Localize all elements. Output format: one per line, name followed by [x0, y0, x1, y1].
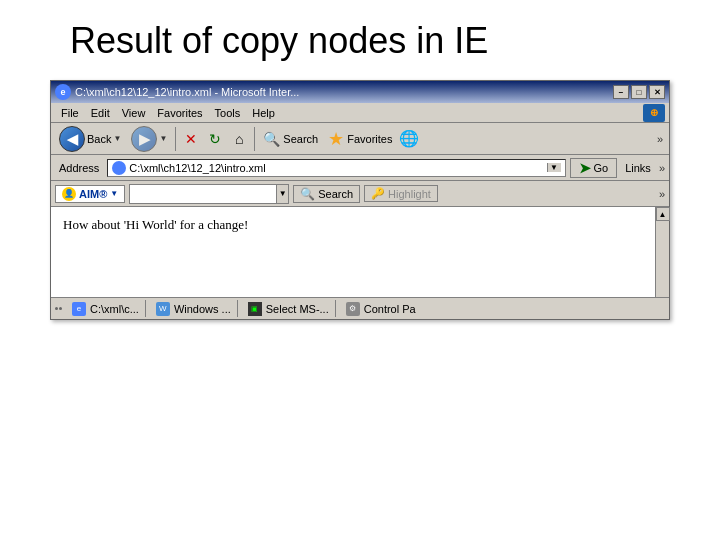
content-text: How about 'Hi World' for a change!: [63, 217, 248, 233]
forward-icon: ▶: [131, 126, 157, 152]
search-label: Search: [283, 133, 318, 145]
toolbar-separator-1: [175, 127, 176, 151]
go-label: Go: [594, 162, 609, 174]
status-item-4: ⚙ Control Pa: [340, 300, 422, 317]
menu-favorites[interactable]: Favorites: [151, 106, 208, 120]
search-button[interactable]: 🔍 Search: [259, 129, 322, 149]
key-icon: 🔑: [371, 187, 385, 200]
address-input-wrap[interactable]: C:\xml\ch12\12_12\intro.xml ▼: [107, 159, 565, 177]
status-item-2: W Windows ...: [150, 300, 238, 317]
status-label-4: Control Pa: [364, 303, 416, 315]
aim-search-label: Search: [318, 188, 353, 200]
status-dots: [55, 307, 62, 310]
aim-bar: 👤 AIM® ▼ ▼ 🔍 Search 🔑 Highlight »: [51, 181, 669, 207]
forward-dropdown-arrow: ▼: [159, 134, 167, 143]
status-item-1: e C:\xml\c...: [66, 300, 146, 317]
star-icon: ★: [328, 128, 344, 150]
back-button[interactable]: ◀ Back ▼: [55, 125, 125, 153]
title-bar: e C:\xml\ch12\12_12\intro.xml - Microsof…: [51, 81, 669, 103]
address-bar: Address C:\xml\ch12\12_12\intro.xml ▼ ➤ …: [51, 155, 669, 181]
aim-dropdown-arrow: ▼: [110, 189, 118, 198]
back-label: Back: [87, 133, 111, 145]
status-label-2: Windows ...: [174, 303, 231, 315]
content-area: How about 'Hi World' for a change! ▲: [51, 207, 669, 297]
status-label-1: C:\xml\c...: [90, 303, 139, 315]
close-button[interactable]: ✕: [649, 85, 665, 99]
aim-more[interactable]: »: [659, 188, 665, 200]
aim-icon: 👤: [62, 187, 76, 201]
highlight-button[interactable]: 🔑 Highlight: [364, 185, 438, 202]
address-fav-icon: [112, 161, 126, 175]
refresh-button[interactable]: ↻: [204, 128, 226, 150]
scroll-up-arrow[interactable]: ▲: [656, 207, 670, 221]
highlight-label: Highlight: [388, 188, 431, 200]
home-button[interactable]: ⌂: [228, 128, 250, 150]
status-bar: e C:\xml\c... W Windows ... ▣ Select MS-…: [51, 297, 669, 319]
status-dot-1: [55, 307, 58, 310]
menu-tools[interactable]: Tools: [209, 106, 247, 120]
aim-button[interactable]: 👤 AIM® ▼: [55, 185, 125, 203]
toolbar: ◀ Back ▼ ▶ ▼ ✕ ↻ ⌂ 🔍 Search ★: [51, 123, 669, 155]
address-dropdown-arrow[interactable]: ▼: [547, 163, 561, 172]
slide-title: Result of copy nodes in IE: [70, 20, 488, 62]
menu-help[interactable]: Help: [246, 106, 281, 120]
status-label-3: Select MS-...: [266, 303, 329, 315]
menu-bar: File Edit View Favorites Tools Help ⊕: [51, 103, 669, 123]
favorites-label: Favorites: [347, 133, 392, 145]
toolbar-more[interactable]: »: [655, 131, 665, 147]
aim-label: AIM®: [79, 188, 107, 200]
ie-logo: ⊕: [643, 104, 665, 122]
menu-file[interactable]: File: [55, 106, 85, 120]
title-bar-controls: − □ ✕: [613, 85, 665, 99]
media-button[interactable]: 🌐: [398, 128, 420, 150]
home-icon: ⌂: [235, 131, 243, 147]
ie-window: e C:\xml\ch12\12_12\intro.xml - Microsof…: [50, 80, 670, 320]
status-dot-2: [59, 307, 62, 310]
maximize-button[interactable]: □: [631, 85, 647, 99]
status-ie-icon-1: e: [72, 302, 86, 316]
aim-magnifier-icon: 🔍: [300, 187, 315, 201]
go-icon: ➤: [579, 160, 591, 176]
status-control-icon: ⚙: [346, 302, 360, 316]
stop-icon: ✕: [185, 131, 197, 147]
menu-view[interactable]: View: [116, 106, 152, 120]
links-button[interactable]: Links: [621, 161, 655, 175]
favorites-button[interactable]: ★ Favorites: [324, 126, 396, 152]
menu-edit[interactable]: Edit: [85, 106, 116, 120]
scrollbar[interactable]: ▲: [655, 207, 669, 297]
aim-input-wrap[interactable]: ▼: [129, 184, 289, 204]
status-screen-icon: ▣: [248, 302, 262, 316]
refresh-icon: ↻: [209, 131, 221, 147]
address-label: Address: [55, 162, 103, 174]
title-bar-left: e C:\xml\ch12\12_12\intro.xml - Microsof…: [55, 84, 299, 100]
status-windows-icon: W: [156, 302, 170, 316]
minimize-button[interactable]: −: [613, 85, 629, 99]
media-icon: 🌐: [399, 129, 419, 148]
search-icon: 🔍: [263, 131, 280, 147]
ie-icon: e: [55, 84, 71, 100]
go-button[interactable]: ➤ Go: [570, 158, 618, 178]
status-item-3: ▣ Select MS-...: [242, 300, 336, 317]
forward-button[interactable]: ▶ ▼: [127, 125, 171, 153]
aim-search-input[interactable]: [130, 185, 276, 203]
address-more[interactable]: »: [659, 162, 665, 174]
stop-button[interactable]: ✕: [180, 128, 202, 150]
back-icon: ◀: [59, 126, 85, 152]
toolbar-separator-2: [254, 127, 255, 151]
back-dropdown-arrow: ▼: [113, 134, 121, 143]
aim-search-button[interactable]: 🔍 Search: [293, 185, 360, 203]
address-text: C:\xml\ch12\12_12\intro.xml: [129, 162, 543, 174]
aim-input-dropdown[interactable]: ▼: [276, 185, 288, 203]
title-bar-text: C:\xml\ch12\12_12\intro.xml - Microsoft …: [75, 86, 299, 98]
